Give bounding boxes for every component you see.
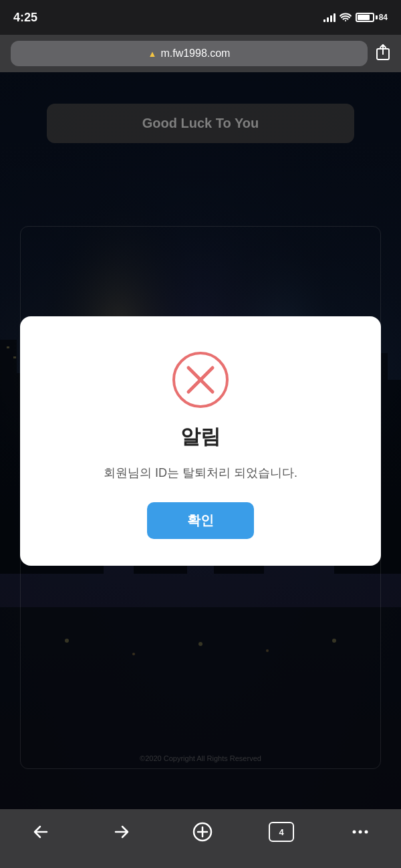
- back-button[interactable]: [26, 817, 55, 847]
- error-icon: [170, 350, 231, 410]
- svg-point-43: [353, 831, 356, 834]
- address-bar[interactable]: ▲ m.fw1998.com: [11, 41, 368, 66]
- bottom-nav: 4: [0, 809, 401, 868]
- status-icons: 84: [323, 13, 388, 22]
- more-button[interactable]: [346, 817, 375, 847]
- wifi-icon: [340, 13, 352, 22]
- signal-icon: [323, 13, 336, 22]
- status-bar: 4:25 84: [0, 0, 401, 35]
- alert-modal: 알림 회원님의 ID는 탈퇴처리 되었습니다. 확인: [20, 316, 381, 566]
- modal-message: 회원님의 ID는 탈퇴처리 되었습니다.: [104, 464, 297, 482]
- modal-title: 알림: [180, 423, 221, 451]
- address-bar-container: ▲ m.fw1998.com: [0, 35, 401, 72]
- forward-button[interactable]: [107, 817, 136, 847]
- tabs-count: 4: [279, 827, 284, 837]
- svg-point-45: [365, 831, 368, 834]
- confirm-button[interactable]: 확인: [147, 502, 254, 539]
- new-tab-button[interactable]: [188, 817, 217, 847]
- modal-overlay: 알림 회원님의 ID는 탈퇴처리 되었습니다. 확인: [0, 72, 401, 809]
- svg-point-44: [359, 831, 362, 834]
- url-text: m.fw1998.com: [160, 47, 230, 60]
- status-time: 4:25: [13, 11, 37, 25]
- tabs-button[interactable]: 4: [269, 822, 294, 842]
- battery-icon: 84: [356, 13, 388, 22]
- warning-icon: ▲: [148, 49, 157, 59]
- battery-level: 84: [379, 13, 388, 22]
- share-button[interactable]: [376, 43, 390, 64]
